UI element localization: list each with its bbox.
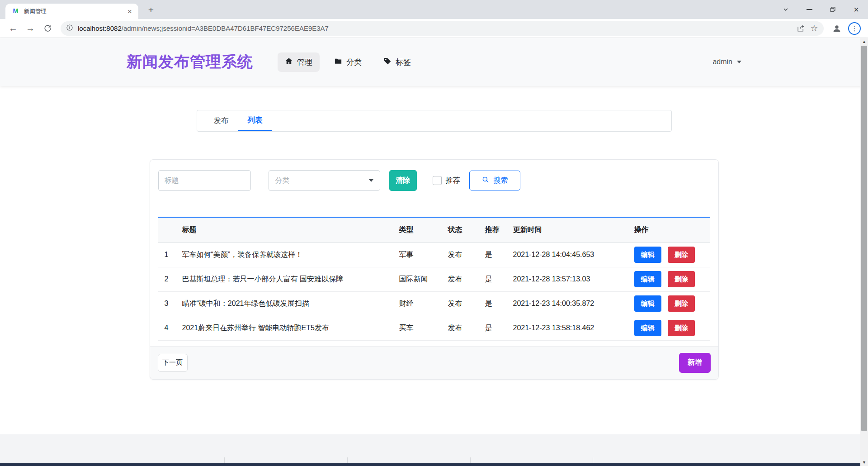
tab-publish[interactable]: 发布 [204, 110, 238, 131]
row-number: 3 [158, 291, 179, 316]
col-actions: 操作 [631, 217, 710, 243]
tab-search-chevron-icon[interactable] [774, 0, 797, 19]
footer-divider [470, 457, 471, 463]
news-type: 军事 [396, 243, 444, 267]
top-navigation: 管理 分类 标签 [278, 52, 418, 72]
scroll-down-icon[interactable]: ▼ [860, 459, 868, 466]
news-status: 发布 [444, 267, 481, 291]
news-status: 发布 [444, 243, 481, 267]
nav-item-tag[interactable]: 标签 [376, 52, 418, 72]
site-favicon: M [12, 7, 19, 16]
clear-button[interactable]: 清除 [389, 170, 417, 191]
footer-divider [224, 457, 225, 463]
row-number: 4 [158, 316, 179, 340]
news-recommend: 是 [481, 267, 509, 291]
brand-title: 新闻发布管理系统 [127, 52, 253, 72]
news-updated: 2021-12-23 14:00:35.872 [509, 291, 631, 316]
nav-item-category[interactable]: 分类 [327, 52, 369, 72]
tab-title: 新闻管理 [24, 8, 126, 15]
edit-button[interactable]: 编辑 [634, 247, 661, 263]
footer-dark-band [0, 463, 868, 466]
forward-icon[interactable]: → [23, 21, 38, 36]
tab-list[interactable]: 列表 [238, 110, 272, 131]
recommend-label: 推荐 [446, 176, 460, 185]
edit-button[interactable]: 编辑 [634, 271, 661, 287]
news-title: 2021蔚来日在苏州举行 智能电动轿跑ET5发布 [179, 316, 396, 340]
edit-button[interactable]: 编辑 [634, 295, 661, 312]
table-header-row: 标题 类型 状态 推荐 更新时间 操作 [158, 217, 710, 243]
news-updated: 2021-12-23 13:58:18.462 [509, 316, 631, 340]
delete-button[interactable]: 删除 [668, 320, 695, 336]
news-updated: 2021-12-28 14:04:45.653 [509, 243, 631, 267]
folder-icon [334, 57, 342, 67]
table-row: 4 2021蔚来日在苏州举行 智能电动轿跑ET5发布 买车 发布 是 2021-… [158, 316, 710, 340]
browser-toolbar: ← → localhost:8082/admin/news;jsessionid… [0, 19, 868, 38]
tab-close-icon[interactable]: × [126, 8, 134, 15]
recommend-checkbox[interactable] [433, 176, 442, 185]
restore-button[interactable] [821, 0, 844, 19]
category-select[interactable]: 分类 [269, 170, 380, 191]
minimize-button[interactable] [797, 0, 821, 19]
col-status: 状态 [444, 217, 481, 243]
news-status: 发布 [444, 291, 481, 316]
user-dropdown[interactable]: admin [712, 58, 741, 66]
nav-item-manage[interactable]: 管理 [278, 52, 320, 72]
back-icon[interactable]: ← [6, 21, 20, 36]
address-bar[interactable]: localhost:8082/admin/news;jsessionid=A3B… [61, 21, 824, 36]
table-row: 1 军车如何“美颜”，装备保养就该这样！ 军事 发布 是 2021-12-28 … [158, 243, 710, 267]
news-recommend: 是 [481, 243, 509, 267]
scrollbar[interactable]: ▲ ▼ [860, 38, 868, 466]
refresh-icon[interactable] [40, 21, 55, 36]
bookmark-star-icon[interactable]: ☆ [807, 22, 821, 35]
title-search-input[interactable] [158, 170, 251, 191]
news-recommend: 是 [481, 291, 509, 316]
row-number: 1 [158, 243, 179, 267]
table-body: 1 军车如何“美颜”，装备保养就该这样！ 军事 发布 是 2021-12-28 … [158, 243, 710, 340]
scrollbar-thumb[interactable] [861, 46, 867, 431]
profile-avatar-icon[interactable] [829, 21, 844, 36]
add-button[interactable]: 新增 [679, 353, 711, 373]
search-button-label: 搜索 [494, 176, 508, 185]
chevron-down-icon [737, 61, 741, 63]
col-type: 类型 [396, 217, 444, 243]
news-status: 发布 [444, 316, 481, 340]
news-title: 巴基斯坦总理：若只一小部分人富有 国安难以保障 [179, 267, 396, 291]
nav-item-label: 分类 [346, 57, 362, 67]
url-text: localhost:8082/admin/news;jsessionid=A3B… [78, 24, 329, 32]
next-page-button[interactable]: 下一页 [158, 354, 188, 372]
delete-button[interactable]: 删除 [668, 247, 695, 263]
col-title: 标题 [179, 217, 396, 243]
svg-text:M: M [13, 7, 18, 14]
news-title: 瞄准“碳中和：2021年绿色低碳发展扫描 [179, 291, 396, 316]
delete-button[interactable]: 删除 [668, 295, 695, 312]
new-tab-button[interactable]: + [145, 4, 157, 17]
news-list-card: 分类 清除 推荐 搜索 [150, 159, 719, 380]
share-icon[interactable] [794, 22, 807, 35]
row-number: 2 [158, 267, 179, 291]
browser-tab[interactable]: M 新闻管理 × [5, 4, 138, 19]
page-footer [0, 434, 868, 466]
col-updated: 更新时间 [509, 217, 631, 243]
scroll-up-icon[interactable]: ▲ [860, 38, 868, 45]
delete-button[interactable]: 删除 [668, 271, 695, 287]
chevron-down-icon [369, 179, 373, 182]
search-button[interactable]: 搜索 [469, 171, 520, 190]
tag-icon [383, 57, 392, 67]
news-type: 财经 [396, 291, 444, 316]
page-tabs: 发布 列表 [197, 110, 672, 132]
news-updated: 2021-12-28 13:57:13.03 [509, 267, 631, 291]
edit-button[interactable]: 编辑 [634, 320, 661, 336]
nav-item-label: 标签 [396, 57, 411, 67]
col-index [158, 217, 179, 243]
card-footer: 下一页 新增 [150, 346, 718, 379]
site-info-icon[interactable] [66, 24, 73, 33]
news-recommend: 是 [481, 316, 509, 340]
footer-divider [347, 457, 348, 463]
footer-divider [593, 457, 593, 463]
table-row: 2 巴基斯坦总理：若只一小部分人富有 国安难以保障 国际新闻 发布 是 2021… [158, 267, 710, 291]
category-placeholder: 分类 [275, 176, 290, 185]
search-icon [481, 176, 490, 185]
news-table: 标题 类型 状态 推荐 更新时间 操作 1 军车如何“美颜”，装备保养就该这样！… [158, 217, 710, 341]
browser-menu-icon[interactable]: ⋮ [848, 22, 861, 35]
window-close-button[interactable]: × [844, 0, 868, 19]
